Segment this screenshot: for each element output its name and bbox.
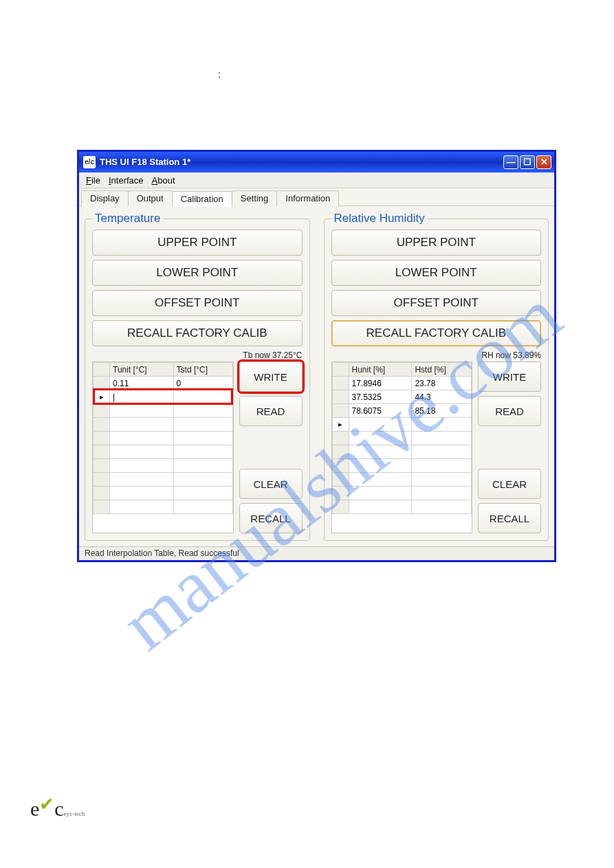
- hum-clear-button[interactable]: CLEAR: [478, 469, 541, 499]
- table-cell[interactable]: [173, 445, 232, 459]
- hum-offset-point-button[interactable]: OFFSET POINT: [331, 290, 542, 316]
- row-header: [332, 418, 349, 432]
- footer-brand-logo: e✔ceyc-tech: [30, 797, 85, 821]
- row-header: [94, 390, 110, 404]
- humidity-legend: Relative Humidity: [331, 212, 428, 225]
- table-cell[interactable]: [412, 418, 472, 432]
- table-cell[interactable]: |: [110, 390, 174, 404]
- tab-output[interactable]: Output: [128, 190, 173, 206]
- table-cell[interactable]: [173, 459, 232, 473]
- temp-recall-factory-button[interactable]: RECALL FACTORY CALIB: [92, 320, 303, 346]
- table-cell[interactable]: [349, 459, 412, 473]
- table-cell[interactable]: 17.8946: [349, 377, 412, 390]
- table-cell[interactable]: [349, 418, 412, 432]
- hum-write-button[interactable]: WRITE: [478, 361, 541, 392]
- app-logo-icon: e/c: [83, 156, 96, 168]
- table-cell[interactable]: [173, 390, 232, 404]
- table-cell[interactable]: 37.5325: [349, 390, 412, 404]
- row-header: [94, 473, 110, 487]
- table-cell[interactable]: 44.3: [412, 390, 472, 404]
- table-cell[interactable]: [349, 445, 412, 459]
- page-text-colon: :: [218, 69, 221, 80]
- table-cell[interactable]: [173, 418, 232, 432]
- row-header: [332, 390, 349, 404]
- table-cell[interactable]: [412, 459, 472, 473]
- app-window: e/c THS UI F18 Station 1* — ☐ ✕ File Int…: [77, 150, 556, 562]
- content-area: Temperature UPPER POINT LOWER POINT OFFS…: [79, 206, 554, 546]
- temp-lower-point-button[interactable]: LOWER POINT: [92, 260, 303, 286]
- table-cell[interactable]: [173, 500, 232, 514]
- table-cell[interactable]: [349, 500, 412, 514]
- humidity-group: Relative Humidity UPPER POINT LOWER POIN…: [324, 212, 549, 541]
- table-cell[interactable]: [110, 487, 174, 500]
- table-cell[interactable]: [110, 500, 174, 514]
- table-cell[interactable]: [412, 500, 472, 514]
- tab-calibration[interactable]: Calibration: [172, 191, 232, 207]
- tabstrip: Display Output Calibration Setting Infor…: [79, 188, 554, 206]
- menu-about[interactable]: About: [152, 175, 175, 186]
- hum-recall-button[interactable]: RECALL: [478, 503, 541, 533]
- row-header: [94, 404, 110, 418]
- row-header: [332, 473, 349, 487]
- row-header: [332, 500, 349, 514]
- row-header: [94, 487, 110, 500]
- row-header: [94, 459, 110, 473]
- temp-offset-point-button[interactable]: OFFSET POINT: [92, 290, 303, 316]
- table-cell[interactable]: [412, 487, 472, 500]
- close-button[interactable]: ✕: [536, 155, 551, 169]
- table-cell[interactable]: [349, 473, 412, 487]
- temp-write-button[interactable]: WRITE: [239, 361, 303, 392]
- maximize-button[interactable]: ☐: [520, 155, 535, 169]
- table-cell[interactable]: [173, 473, 232, 487]
- menu-interface[interactable]: Interface: [109, 175, 144, 186]
- temp-upper-point-button[interactable]: UPPER POINT: [92, 230, 303, 256]
- row-header: [94, 500, 110, 514]
- temperature-legend: Temperature: [92, 212, 163, 225]
- hum-read-button[interactable]: READ: [478, 396, 541, 426]
- row-header: [332, 404, 349, 418]
- table-cell[interactable]: 23.78: [412, 377, 472, 390]
- table-cell[interactable]: [110, 418, 174, 432]
- table-cell[interactable]: [110, 459, 174, 473]
- minimize-button[interactable]: —: [503, 155, 518, 169]
- hum-recall-factory-button[interactable]: RECALL FACTORY CALIB: [331, 320, 542, 346]
- table-cell[interactable]: 0: [173, 377, 232, 390]
- table-cell[interactable]: [110, 404, 174, 418]
- table-cell[interactable]: [412, 473, 472, 487]
- row-header: [332, 459, 349, 473]
- temp-table[interactable]: Tunit [°C]Tstd [°C]0.110|: [92, 361, 234, 533]
- table-cell[interactable]: [110, 473, 174, 487]
- table-cell[interactable]: [412, 445, 472, 459]
- row-header: [94, 418, 110, 432]
- table-cell[interactable]: 78.6075: [349, 404, 412, 418]
- hum-upper-point-button[interactable]: UPPER POINT: [331, 230, 542, 256]
- temp-recall-button[interactable]: RECALL: [239, 503, 303, 533]
- tab-display[interactable]: Display: [81, 190, 129, 206]
- row-header: [94, 445, 110, 459]
- table-cell[interactable]: [173, 487, 232, 500]
- table-cell[interactable]: [173, 404, 232, 418]
- temp-status-text: Tb now 37.25°C: [92, 350, 303, 360]
- statusbar: Read Interpolation Table, Read successfu…: [79, 546, 554, 560]
- menu-file[interactable]: File: [86, 175, 100, 186]
- row-header: [332, 432, 349, 445]
- table-cell[interactable]: 0.11: [110, 377, 174, 390]
- row-header: [332, 445, 349, 459]
- row-header: [332, 377, 349, 390]
- table-cell[interactable]: [412, 432, 472, 445]
- table-cell[interactable]: [349, 487, 412, 500]
- hum-status-text: RH now 53.89%: [331, 350, 542, 360]
- tab-information[interactable]: Information: [276, 190, 339, 206]
- hum-lower-point-button[interactable]: LOWER POINT: [331, 260, 542, 286]
- table-cell[interactable]: [110, 432, 174, 445]
- row-header: [94, 432, 110, 445]
- temp-clear-button[interactable]: CLEAR: [239, 469, 303, 499]
- tab-setting[interactable]: Setting: [232, 190, 277, 206]
- table-cell[interactable]: 85.18: [412, 404, 472, 418]
- table-cell[interactable]: [173, 432, 232, 445]
- temp-read-button[interactable]: READ: [239, 396, 303, 426]
- table-cell[interactable]: [349, 432, 412, 445]
- temperature-group: Temperature UPPER POINT LOWER POINT OFFS…: [85, 212, 310, 541]
- hum-table[interactable]: Hunit [%]Hstd [%]17.894623.7837.532544.3…: [331, 361, 473, 533]
- table-cell[interactable]: [110, 445, 174, 459]
